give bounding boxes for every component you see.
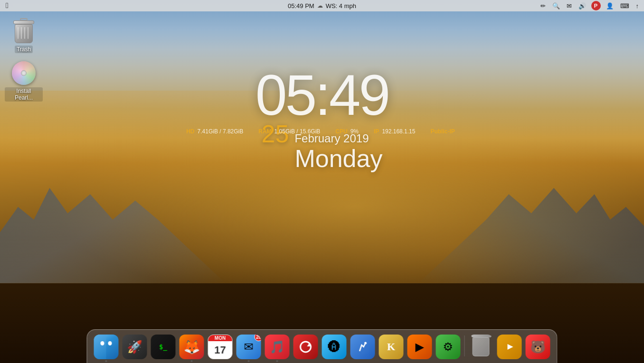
apple-menu-icon[interactable]:  — [4, 1, 10, 10]
svg-marker-4 — [508, 344, 513, 350]
finder-eyes — [101, 341, 112, 345]
ram-stat: RAM 1.05GiB / 15.6GiB — [258, 128, 320, 135]
ip-label: IP — [374, 128, 379, 135]
menubar-right: ✏ 🔍 ✉ 🔊 P 👤 ⌨ ↑ — [539, 1, 641, 10]
firefox-glyph: 🦊 — [183, 339, 200, 355]
bear-icon: 🐻 — [526, 335, 550, 359]
dock-bear[interactable]: 🐻 — [525, 333, 551, 359]
svg-point-0 — [301, 342, 311, 352]
cd-graphic — [12, 61, 36, 85]
terminal-text: $_ — [159, 343, 167, 351]
hd-value: 7.41GiB / 7.82GiB — [198, 128, 244, 135]
desktop-icons: Trash Install Pearl... — [5, 19, 43, 102]
plex-icon — [497, 335, 522, 359]
pencil-icon[interactable]: ✏ — [539, 2, 547, 9]
dock-separator — [464, 335, 465, 356]
search-icon[interactable]: 🔍 — [551, 2, 561, 9]
trash-line-1 — [18, 27, 19, 39]
rocket-icon: 🚀 — [123, 335, 147, 359]
klack-icon: K — [379, 335, 404, 359]
trash-line-3 — [24, 27, 25, 39]
hd-stat: HD 7.41GiB / 7.82GiB — [186, 128, 243, 135]
dock-firefox[interactable]: 🦊 — [179, 333, 205, 359]
trash-icon-image — [11, 19, 36, 44]
mail-menubar-icon[interactable]: ✉ — [565, 2, 573, 9]
calendar-header: MON — [208, 335, 232, 341]
dock-taska[interactable] — [350, 333, 376, 359]
volume-icon[interactable]: 🔊 — [577, 2, 587, 9]
cd-center — [21, 70, 27, 76]
finder-face — [94, 335, 119, 359]
weather-icon: ☁ — [317, 2, 323, 9]
dock-switcher[interactable]: ⚙ — [435, 333, 462, 359]
switcher-icon: ⚙ — [436, 335, 461, 359]
calendar-icon: MON 17 — [208, 335, 233, 359]
music-icon: 🎵 — [265, 335, 290, 359]
infuse-icon: ▶ — [407, 335, 432, 359]
desktop — [0, 0, 644, 363]
menubar-left:  — [4, 1, 10, 10]
install-pearl-desktop-icon[interactable]: Install Pearl... — [5, 61, 43, 102]
keyboard-icon[interactable]: ⌨ — [619, 2, 631, 9]
appstore-glyph: 🅐 — [328, 340, 341, 354]
dock-mail[interactable]: ✉ 20 — [236, 333, 262, 359]
dock-klack[interactable]: K — [378, 333, 405, 359]
finder-icon — [94, 335, 119, 359]
clock-weekday: Monday — [294, 145, 382, 172]
clock-widget: 05:49 25 February 2019 Monday — [256, 66, 388, 172]
wind-speed: WS: 4 mph — [326, 2, 356, 9]
dock-finder[interactable] — [93, 333, 120, 359]
trash-line-4 — [28, 27, 28, 39]
trash-label: Trash — [15, 46, 33, 53]
dock-trash-graphic — [469, 335, 493, 359]
trash-desktop-icon[interactable]: Trash — [5, 19, 43, 53]
finder-dot — [105, 360, 107, 362]
menubar:  05:49 PM ☁ WS: 4 mph ✏ 🔍 ✉ 🔊 P 👤 ⌨ ↑ — [0, 0, 644, 11]
dock-trash-body — [473, 337, 490, 356]
ram-label: RAM — [258, 128, 271, 135]
dock: 🚀 $_ 🦊 MON 17 ✉ 20 🎵 — [87, 329, 558, 363]
dock-rocket[interactable]: 🚀 — [122, 333, 148, 359]
user-avatar[interactable]: P — [591, 1, 601, 10]
klack-glyph: K — [387, 341, 395, 353]
mail-icon: ✉ 20 — [237, 335, 261, 359]
clock-date-row: 25 February 2019 Monday — [256, 120, 388, 172]
mail-dot — [248, 360, 250, 362]
plex-svg — [503, 340, 516, 354]
clock-time: 05:49 — [256, 66, 388, 123]
profile-icon[interactable]: 👤 — [605, 2, 615, 9]
cpu-value: 9% — [350, 128, 359, 135]
music-dot — [276, 360, 278, 362]
clock-date-right: February 2019 Monday — [294, 132, 382, 172]
trash-can-graphic — [13, 19, 34, 43]
dock-infuse[interactable]: ▶ — [407, 333, 433, 359]
trash-body — [15, 24, 33, 43]
finder-eye-left — [101, 341, 104, 345]
ip-value: 192.168.1.15 — [382, 128, 415, 135]
mimestream-svg — [299, 340, 313, 354]
install-pearl-icon-image — [11, 61, 36, 85]
dock-mimestream[interactable] — [293, 333, 319, 359]
dock-trash-icon — [469, 335, 493, 359]
taska-svg — [356, 340, 369, 354]
hd-label: HD — [186, 128, 194, 135]
dock-appstore[interactable]: 🅐 — [321, 333, 348, 359]
public-ip-label: Public-IP — [430, 128, 455, 135]
calendar-day: 17 — [214, 341, 226, 359]
trash-lines — [18, 27, 28, 39]
stats-bar: HD 7.41GiB / 7.82GiB RAM 1.05GiB / 15.6G… — [186, 128, 458, 135]
install-pearl-label: Install Pearl... — [5, 87, 43, 102]
dock-plex[interactable] — [496, 333, 523, 359]
mail-badge: 20 — [255, 335, 261, 341]
ip-stat: IP 192.168.1.15 — [374, 128, 415, 135]
ram-value: 1.05GiB / 15.6GiB — [275, 128, 321, 135]
cpu-label: CPU — [335, 128, 347, 135]
dock-calendar[interactable]: MON 17 — [207, 333, 234, 359]
music-glyph: 🎵 — [270, 340, 285, 354]
dock-trash[interactable] — [468, 333, 494, 359]
rocket-glyph: 🚀 — [127, 340, 142, 354]
dock-terminal[interactable]: $_ — [150, 333, 177, 359]
dock-music[interactable]: 🎵 — [264, 333, 291, 359]
arrow-icon[interactable]: ↑ — [635, 2, 641, 9]
svg-point-2 — [364, 342, 367, 344]
